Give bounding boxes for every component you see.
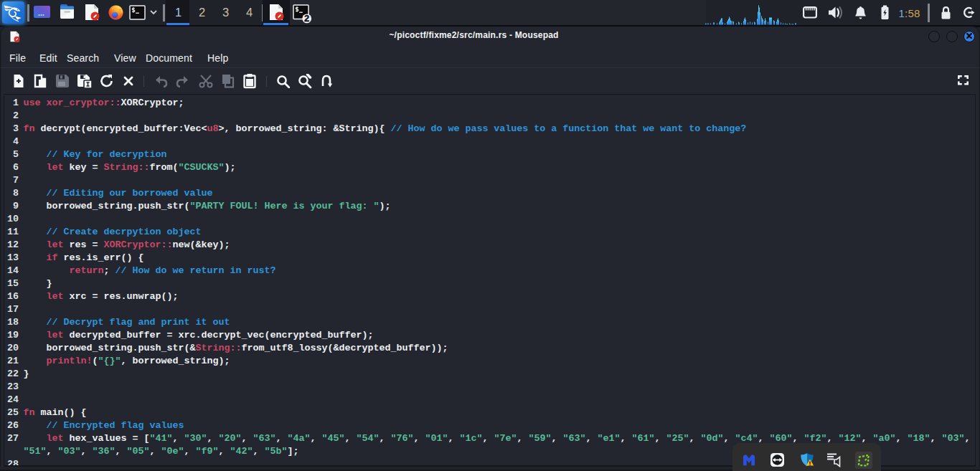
svg-text:2: 2: [304, 13, 309, 24]
